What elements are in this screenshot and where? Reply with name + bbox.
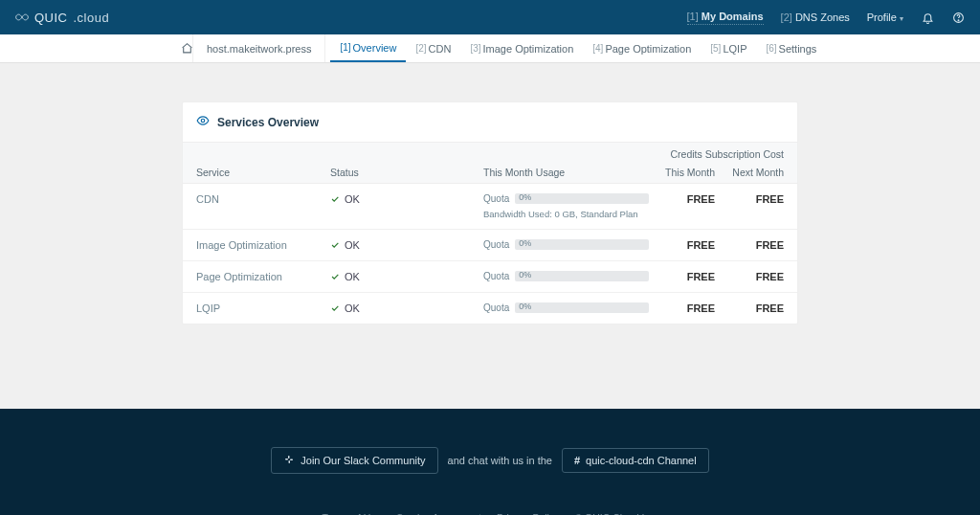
service-link[interactable]: Image Optimization: [196, 239, 330, 251]
status-cell: OK: [330, 271, 483, 282]
usage-cell: Quota0%: [483, 302, 652, 313]
chevron-down-icon: ▾: [900, 14, 903, 23]
subnav: host.makeitwork.press [1]Overview[2]CDN[…: [0, 34, 980, 63]
nav-profile[interactable]: Profile ▾: [867, 11, 903, 23]
check-icon: [330, 272, 340, 281]
hash-icon: #: [574, 455, 580, 466]
home-icon[interactable]: [181, 34, 193, 62]
quota-label: Quota: [483, 193, 509, 204]
status-cell: OK: [330, 302, 483, 314]
brand-suffix: .cloud: [74, 11, 110, 25]
col-this-month: This Month: [652, 167, 715, 178]
quota-label: Quota: [483, 302, 509, 313]
slack-icon: [283, 454, 295, 467]
nav-my-domains[interactable]: [1] My Domains: [687, 11, 764, 25]
tab-overview[interactable]: [1]Overview: [330, 34, 406, 62]
table-row: CDNOKQuota0%Bandwidth Used: 0 GB, Standa…: [183, 184, 797, 230]
svg-rect-5: [288, 456, 290, 459]
services-panel: Services Overview Credits Subscription C…: [182, 101, 798, 325]
table-row: LQIPOKQuota0%FREEFREE: [183, 293, 797, 324]
logo-icon: [15, 11, 29, 24]
this-month-cost: FREE: [652, 271, 715, 282]
super-header: Credits Subscription Cost: [671, 148, 784, 160]
check-icon: [330, 194, 340, 204]
service-link[interactable]: Page Optimization: [196, 271, 330, 282]
panel-title: Services Overview: [217, 116, 319, 129]
topbar-right: [1] My Domains [2] DNS Zones Profile ▾: [687, 11, 966, 25]
tab-settings[interactable]: [6]Settings: [756, 34, 826, 62]
quota-bar: 0%: [515, 193, 649, 204]
svg-rect-4: [290, 459, 293, 461]
usage-cell: Quota0%Bandwidth Used: 0 GB, Standard Pl…: [483, 193, 652, 219]
this-month-cost: FREE: [652, 239, 715, 251]
quota-bar: 0%: [515, 302, 649, 313]
tab-lqip[interactable]: [5]LQIP: [701, 34, 756, 62]
col-usage: This Month Usage: [483, 167, 652, 178]
status-cell: OK: [330, 193, 483, 205]
col-next-month: Next Month: [715, 167, 784, 178]
help-icon[interactable]: [951, 11, 965, 24]
quota-label: Quota: [483, 239, 509, 250]
slack-button[interactable]: Join Our Slack Community: [271, 447, 437, 474]
service-link[interactable]: LQIP: [196, 302, 330, 314]
bell-icon[interactable]: [921, 11, 934, 24]
panel-header: Services Overview: [183, 102, 797, 142]
next-month-cost: FREE: [715, 239, 784, 251]
col-status: Status: [330, 167, 483, 178]
table-row: Image OptimizationOKQuota0%FREEFREE: [183, 230, 797, 261]
check-icon: [330, 303, 340, 313]
table-header: Credits Subscription Cost Service Status…: [183, 142, 797, 184]
status-cell: OK: [330, 239, 483, 251]
footer: Join Our Slack Community and chat with u…: [0, 409, 980, 515]
svg-rect-3: [285, 459, 288, 460]
this-month-cost: FREE: [652, 193, 715, 205]
topbar: QUIC.cloud [1] My Domains [2] DNS Zones …: [0, 0, 980, 34]
check-icon: [330, 240, 340, 250]
quota-bar: 0%: [515, 239, 649, 250]
col-service: Service: [196, 167, 330, 178]
tab-page-optimization[interactable]: [4]Page Optimization: [583, 34, 701, 62]
bandwidth-note: Bandwidth Used: 0 GB, Standard Plan: [483, 209, 652, 219]
nav-dns-zones[interactable]: [2] DNS Zones: [781, 11, 850, 23]
tab-image-optimization[interactable]: [3]Image Optimization: [460, 34, 583, 62]
usage-cell: Quota0%: [483, 271, 652, 281]
eye-icon: [196, 114, 210, 130]
breadcrumb[interactable]: host.makeitwork.press: [193, 34, 324, 62]
svg-rect-6: [289, 460, 291, 463]
table-row: Page OptimizationOKQuota0%FREEFREE: [183, 261, 797, 293]
quota-label: Quota: [483, 271, 509, 281]
next-month-cost: FREE: [715, 302, 784, 314]
brand-name: QUIC: [34, 11, 68, 25]
next-month-cost: FREE: [715, 271, 784, 282]
tabs: [1]Overview[2]CDN[3]Image Optimization[4…: [330, 34, 826, 62]
channel-button[interactable]: # quic-cloud-cdn Channel: [562, 448, 709, 473]
svg-point-2: [201, 119, 205, 123]
usage-cell: Quota0%: [483, 239, 652, 250]
brand[interactable]: QUIC.cloud: [15, 11, 109, 25]
quota-bar: 0%: [515, 271, 649, 281]
service-link[interactable]: CDN: [196, 193, 330, 205]
next-month-cost: FREE: [715, 193, 784, 205]
tab-cdn[interactable]: [2]CDN: [406, 34, 460, 62]
svg-point-1: [958, 19, 959, 20]
this-month-cost: FREE: [652, 302, 715, 314]
footer-mid-text: and chat with us in the: [448, 455, 552, 466]
